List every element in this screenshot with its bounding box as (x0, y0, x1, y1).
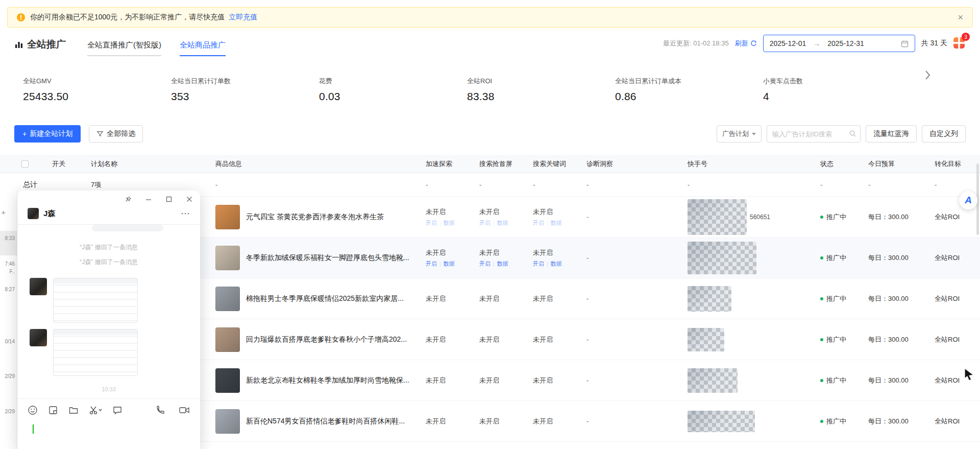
date-end[interactable]: 2025-12-31 (827, 39, 864, 48)
product-title[interactable]: 回力瑞爆款百搭厚底老爹鞋女春秋小个子增高202... (246, 335, 407, 344)
feature-status: 未开启 (479, 417, 533, 426)
plan-type-select[interactable]: 广告计划 (717, 125, 762, 143)
folder-icon[interactable] (68, 405, 79, 415)
stat-cart-clicks: 小黄车点击数 4 (763, 77, 911, 103)
goal-cell: 全站ROI (932, 417, 980, 426)
link-divider: | (547, 261, 548, 267)
status-text: 推广中 (826, 417, 846, 426)
data-link[interactable]: 数据 (444, 219, 455, 227)
data-link[interactable]: 数据 (444, 260, 455, 268)
select-all-checkbox[interactable] (21, 160, 29, 168)
feature-status: 未开启 (426, 207, 479, 217)
open-link[interactable]: 开启 (533, 260, 544, 268)
custom-columns-button[interactable]: 自定义列 (922, 125, 966, 143)
maximize-icon[interactable] (165, 196, 173, 203)
budget-cell: 每日：300.00 (865, 335, 932, 344)
date-range-days: 共 31 天 (921, 39, 947, 48)
plus-icon: + (22, 130, 27, 138)
status-text: 推广中 (826, 253, 846, 263)
open-link[interactable]: 开启 (533, 219, 544, 227)
chat-history-icon[interactable] (112, 405, 122, 415)
column-goal: 转化目标 (932, 159, 980, 169)
chat-messages: “J森” 撤回了一条消息 “J森” 撤回了一条消息 10:33 (17, 225, 200, 392)
banner-close-icon[interactable]: × (958, 13, 963, 22)
diagnosis-cell: - (586, 254, 688, 262)
status-text: 推广中 (826, 335, 846, 344)
data-link[interactable]: 数据 (551, 219, 562, 227)
status-dot (820, 420, 823, 423)
goal-cell: 全站ROI (932, 294, 980, 303)
close-icon[interactable] (186, 196, 193, 203)
recharge-link[interactable]: 立即充值 (229, 13, 257, 22)
promo-gift-icon[interactable]: 3 (953, 37, 966, 50)
date-range-picker[interactable]: 2025-12-01 → 2025-12-31 (763, 35, 915, 52)
product-title[interactable]: 棉拖鞋男士冬季厚底保暖情侣2025新款室内家居... (246, 294, 404, 303)
stats-next-chevron-icon[interactable] (923, 69, 932, 83)
goal-cell: 全站ROI (932, 253, 980, 263)
more-menu-icon[interactable]: ⋯ (181, 208, 191, 219)
data-link[interactable]: 数据 (497, 219, 508, 227)
add-icon[interactable]: + (1, 208, 6, 217)
chat-avatar (28, 208, 39, 219)
feature-status: 未开启 (426, 417, 479, 426)
account-mosaic (688, 368, 738, 393)
sender-avatar[interactable] (30, 278, 47, 295)
traffic-analysis-button[interactable]: 流量红蓝海 (866, 125, 917, 143)
notification-badge: 3 (962, 33, 970, 41)
sender-avatar[interactable] (30, 329, 47, 346)
search-icon[interactable] (849, 130, 856, 137)
date-start[interactable]: 2025-12-01 (770, 39, 806, 48)
filter-button[interactable]: 全部筛选 (89, 125, 143, 143)
message-item (17, 273, 200, 324)
message-input-area[interactable] (17, 420, 200, 449)
data-link[interactable]: 数据 (551, 260, 562, 268)
voice-call-icon[interactable] (155, 405, 165, 415)
open-link[interactable]: 开启 (479, 219, 491, 227)
emoji-icon[interactable] (28, 405, 38, 415)
assistant-float-button[interactable]: A (959, 191, 977, 209)
new-plan-button[interactable]: + 新建全站计划 (14, 125, 81, 143)
open-link[interactable]: 开启 (426, 219, 437, 227)
sticker-icon[interactable] (48, 405, 58, 415)
feature-toggle-cell: 未开启 (426, 335, 479, 344)
product-title[interactable]: 元气四宝 茶黄芪党参西洋参麦冬泡水养生茶 (246, 212, 384, 222)
product-title[interactable]: 冬季新款加绒保暖乐福鞋女一脚蹬厚底包头雪地靴... (246, 253, 409, 263)
account-cell (688, 411, 820, 432)
feature-toggle-cell: 未开启开启|数据 (533, 248, 586, 268)
product-cell: 元气四宝 茶黄芪党参西洋参麦冬泡水养生茶 (206, 205, 426, 229)
account-mosaic (688, 286, 731, 312)
chevron-down-icon (752, 133, 756, 135)
screenshot-scissors-icon[interactable] (89, 405, 102, 415)
link-divider: | (493, 261, 495, 267)
data-link[interactable]: 数据 (497, 260, 508, 268)
image-message-thumbnail[interactable] (53, 329, 138, 376)
stats-overview: 全站GMV 25433.50 全站当日累计订单数 353 花费 0.03 全站R… (0, 56, 980, 103)
pin-icon[interactable] (124, 196, 132, 203)
minimize-icon[interactable] (145, 196, 152, 203)
diagnosis-cell: - (586, 376, 688, 384)
feature-toggle-cell: 未开启 (479, 376, 533, 385)
search-input[interactable] (767, 125, 861, 143)
feature-status: 未开启 (533, 248, 586, 257)
page-title: 全站推广 (14, 38, 66, 56)
status-dot (820, 338, 823, 341)
image-message-thumbnail[interactable] (53, 278, 138, 323)
open-link[interactable]: 开启 (479, 260, 491, 268)
product-cell: 冬季新款加绒保暖乐福鞋女一脚蹬厚底包头雪地靴... (206, 246, 426, 270)
refresh-button[interactable]: 刷新 (735, 39, 757, 48)
product-title[interactable]: 新百伦N574男女百搭情侣老爹鞋时尚百搭休闲鞋... (246, 417, 405, 426)
account-id: 560651 (750, 214, 770, 221)
feature-links: 开启|数据 (426, 260, 479, 268)
promotion-tabs: 全站直播推广(智投版) 全站商品推广 (87, 40, 226, 56)
tab-product-promotion[interactable]: 全站商品推广 (180, 40, 226, 56)
column-switch: 开关 (38, 159, 79, 169)
date-arrow: → (813, 39, 820, 48)
video-call-icon[interactable] (179, 405, 190, 415)
column-top-screen: 搜索抢首屏 (479, 159, 533, 169)
tab-live-promotion[interactable]: 全站直播推广(智投版) (87, 40, 161, 56)
product-thumbnail (215, 368, 240, 393)
product-title[interactable]: 新款老北京布鞋女棉鞋冬季加绒加厚时尚雪地靴保... (246, 376, 409, 385)
feature-toggle-cell: 未开启 (479, 294, 533, 303)
open-link[interactable]: 开启 (426, 260, 437, 268)
stat-gmv: 全站GMV 25433.50 (23, 77, 171, 103)
